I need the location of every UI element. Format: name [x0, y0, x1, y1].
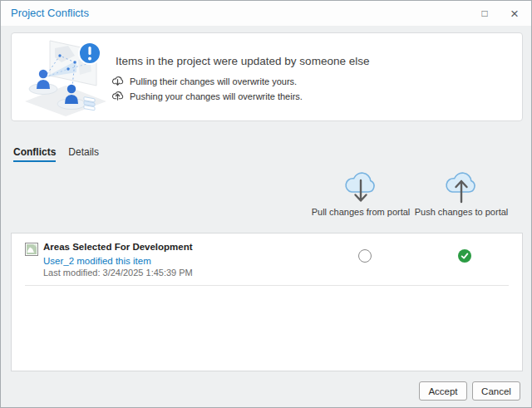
- cancel-button[interactable]: Cancel: [472, 381, 520, 401]
- close-button[interactable]: ×: [500, 1, 530, 26]
- conflicts-list: Areas Selected For Development User_2 mo…: [11, 233, 523, 371]
- row-separator: [25, 285, 509, 286]
- tab-bar: Conflicts Details: [13, 146, 99, 162]
- push-radio-selected[interactable]: [458, 249, 471, 263]
- push-column-label: Push changes to portal: [395, 207, 528, 217]
- pull-warning-text: Pulling their changes will overwrite you…: [130, 76, 297, 86]
- info-banner: Items in the project were updated by som…: [11, 32, 523, 121]
- last-modified-text: Last modified: 3/24/2025 1:45:39 PM: [43, 268, 193, 278]
- push-warning-text: Pushing your changes will overwrite thei…: [130, 91, 303, 101]
- push-column-header: Push changes to portal: [395, 170, 528, 217]
- maximize-button[interactable]: □: [470, 1, 500, 26]
- push-cloud-icon: [443, 170, 480, 205]
- window-controls: □ ×: [470, 1, 530, 26]
- accept-button[interactable]: Accept: [419, 381, 467, 401]
- conflict-item-name: Areas Selected For Development: [43, 242, 193, 252]
- tab-details[interactable]: Details: [68, 146, 99, 162]
- project-conflicts-dialog: Project Conflicts □ ×: [0, 0, 532, 408]
- title-bar: Project Conflicts □ ×: [1, 1, 531, 26]
- map-item-icon: [25, 243, 38, 256]
- maximize-icon: □: [481, 8, 487, 18]
- check-icon: [460, 251, 470, 261]
- cloud-upload-icon: [111, 90, 124, 102]
- pull-warning-row: Pulling their changes will overwrite you…: [111, 75, 297, 87]
- cloud-download-icon: [111, 75, 124, 87]
- tab-conflicts[interactable]: Conflicts: [13, 146, 56, 162]
- pull-radio[interactable]: [358, 249, 372, 263]
- pull-cloud-icon: [342, 170, 379, 205]
- close-icon: ×: [510, 7, 519, 21]
- modified-by-link[interactable]: User_2 modified this item: [43, 256, 151, 266]
- window-title: Project Conflicts: [11, 7, 89, 19]
- banner-heading: Items in the project were updated by som…: [116, 55, 369, 67]
- push-warning-row: Pushing your changes will overwrite thei…: [111, 90, 303, 102]
- conflict-illustration: [20, 37, 111, 117]
